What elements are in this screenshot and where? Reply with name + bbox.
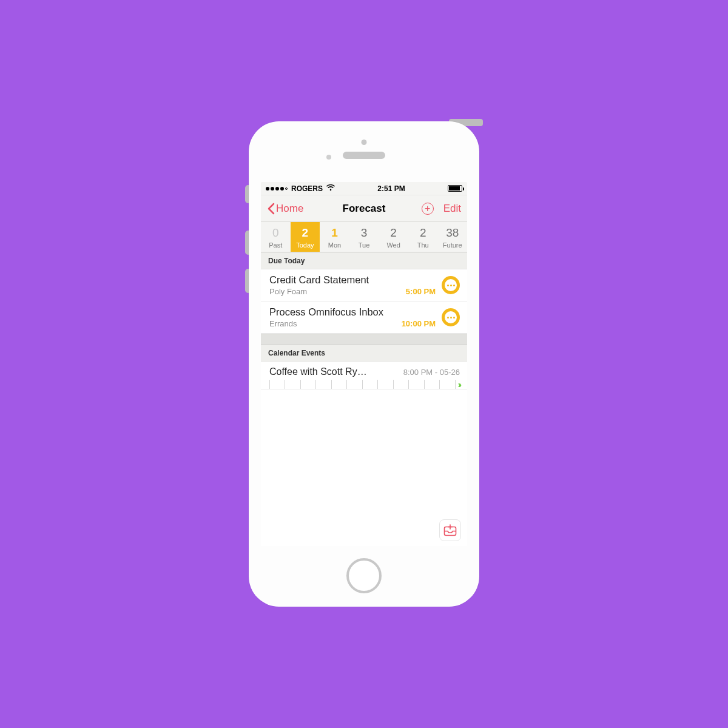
day-label: Wed bbox=[379, 241, 408, 249]
day-mon[interactable]: 1 Mon bbox=[320, 222, 349, 252]
day-thu[interactable]: 2 Thu bbox=[408, 222, 438, 252]
day-label: Past bbox=[261, 241, 291, 249]
day-tue[interactable]: 3 Tue bbox=[349, 222, 379, 252]
front-camera bbox=[362, 140, 367, 145]
phone-bezel-top bbox=[249, 121, 479, 182]
day-count: 0 bbox=[261, 226, 291, 240]
quick-inbox-button[interactable] bbox=[439, 519, 461, 541]
day-count: 2 bbox=[379, 226, 408, 240]
section-divider bbox=[261, 334, 467, 345]
day-count: 38 bbox=[437, 226, 467, 240]
forecast-day-selector: 0 Past 2 Today 1 Mon 3 Tue 2 Wed bbox=[261, 222, 467, 252]
day-count: 3 bbox=[349, 226, 379, 240]
app-screen: ROGERS 2:51 PM Home Foreca bbox=[261, 182, 467, 546]
ellipsis-icon bbox=[447, 285, 455, 286]
signal-strength-icon bbox=[266, 187, 288, 190]
day-count: 1 bbox=[320, 226, 349, 240]
day-label: Today bbox=[291, 241, 320, 249]
task-project: Errands bbox=[269, 319, 297, 328]
task-title: Credit Card Statement bbox=[269, 274, 436, 286]
day-today[interactable]: 2 Today bbox=[291, 222, 320, 252]
status-bar: ROGERS 2:51 PM bbox=[261, 182, 467, 195]
task-project: Poly Foam bbox=[269, 287, 307, 296]
section-header-due-today: Due Today bbox=[261, 252, 467, 269]
task-row[interactable]: Credit Card Statement Poly Foam 5:00 PM bbox=[261, 269, 467, 302]
home-button[interactable] bbox=[346, 558, 382, 593]
event-time: 8:00 PM - 05-26 bbox=[403, 368, 460, 377]
event-timeline: ›› bbox=[261, 380, 467, 389]
wifi-icon bbox=[326, 184, 335, 193]
empty-area bbox=[261, 389, 467, 546]
task-row[interactable]: Process Omnifocus Inbox Errands 10:00 PM bbox=[261, 302, 467, 334]
day-label: Thu bbox=[408, 241, 438, 249]
day-wed[interactable]: 2 Wed bbox=[379, 222, 408, 252]
battery-icon bbox=[448, 185, 462, 192]
event-title: Coffee with Scott Ry… bbox=[269, 366, 367, 377]
phone-device: ROGERS 2:51 PM Home Foreca bbox=[249, 121, 479, 607]
chevron-left-icon bbox=[267, 203, 275, 215]
add-button[interactable]: + bbox=[422, 203, 434, 215]
ellipsis-icon bbox=[447, 317, 455, 318]
section-header-calendar: Calendar Events bbox=[261, 345, 467, 362]
day-count: 2 bbox=[408, 226, 438, 240]
day-future[interactable]: 38 Future bbox=[437, 222, 467, 252]
task-due-time: 5:00 PM bbox=[406, 287, 436, 296]
fast-forward-icon[interactable]: ›› bbox=[458, 380, 460, 389]
edit-button[interactable]: Edit bbox=[443, 203, 461, 215]
nav-bar: Home Forecast + Edit bbox=[261, 195, 467, 222]
back-button[interactable]: Home bbox=[267, 203, 303, 215]
day-count: 2 bbox=[291, 226, 320, 240]
earpiece bbox=[343, 152, 385, 159]
calendar-event-row[interactable]: Coffee with Scott Ry… 8:00 PM - 05-26 bbox=[261, 362, 467, 380]
page-title: Forecast bbox=[343, 203, 386, 215]
back-label: Home bbox=[276, 203, 303, 215]
status-time: 2:51 PM bbox=[377, 184, 405, 193]
inbox-plus-icon bbox=[443, 524, 457, 536]
task-due-time: 10:00 PM bbox=[402, 319, 436, 328]
proximity-sensor bbox=[326, 155, 331, 160]
day-label: Future bbox=[437, 241, 467, 249]
task-status-circle[interactable] bbox=[442, 308, 460, 326]
day-past[interactable]: 0 Past bbox=[261, 222, 291, 252]
day-label: Tue bbox=[349, 241, 379, 249]
carrier-label: ROGERS bbox=[291, 184, 323, 193]
task-status-circle[interactable] bbox=[442, 276, 460, 294]
plus-icon: + bbox=[425, 204, 430, 214]
day-label: Mon bbox=[320, 241, 349, 249]
task-title: Process Omnifocus Inbox bbox=[269, 306, 436, 318]
